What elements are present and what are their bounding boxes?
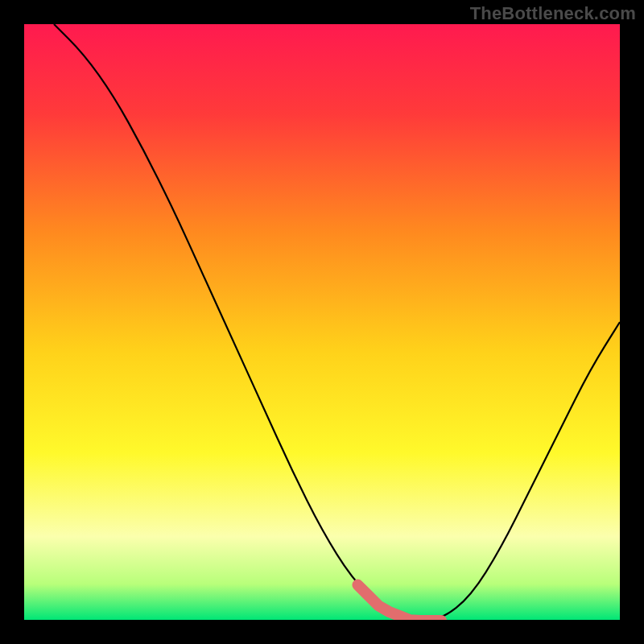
plot-area	[24, 24, 620, 620]
chart-frame: TheBottleneck.com	[0, 0, 644, 644]
chart-svg	[24, 24, 620, 620]
watermark-text: TheBottleneck.com	[470, 3, 636, 24]
